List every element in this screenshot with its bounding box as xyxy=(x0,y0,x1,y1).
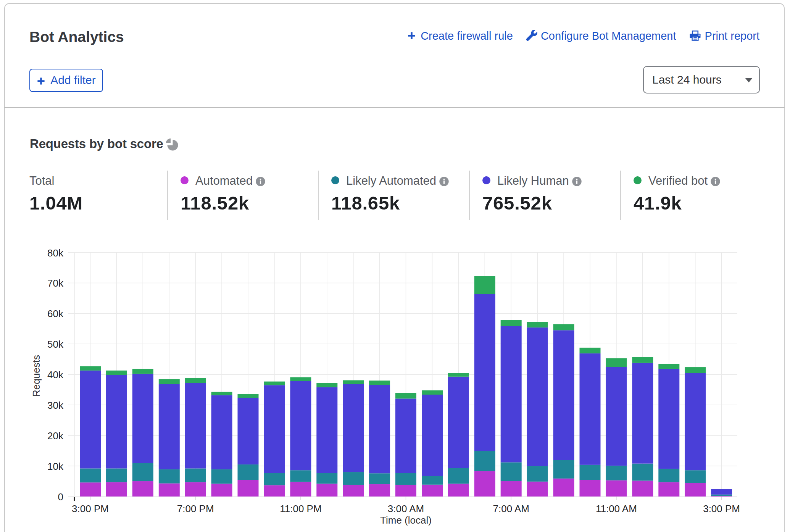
svg-text:20k: 20k xyxy=(47,430,64,442)
svg-text:Time (local): Time (local) xyxy=(380,514,432,526)
svg-text:Requests: Requests xyxy=(31,355,42,397)
svg-text:3:00 AM: 3:00 AM xyxy=(388,503,424,514)
svg-text:10k: 10k xyxy=(47,461,64,472)
svg-text:11:00 AM: 11:00 AM xyxy=(596,503,637,514)
svg-text:70k: 70k xyxy=(47,277,64,289)
svg-text:80k: 80k xyxy=(47,247,64,259)
svg-text:0: 0 xyxy=(58,491,63,503)
svg-text:11:00 PM: 11:00 PM xyxy=(280,503,321,514)
svg-text:50k: 50k xyxy=(47,339,64,350)
svg-text:30k: 30k xyxy=(47,400,64,411)
svg-text:3:00 PM: 3:00 PM xyxy=(703,503,740,514)
svg-text:60k: 60k xyxy=(47,308,64,319)
svg-text:3:00 PM: 3:00 PM xyxy=(72,503,109,514)
svg-text:7:00 AM: 7:00 AM xyxy=(493,503,529,514)
svg-text:7:00 PM: 7:00 PM xyxy=(177,503,214,514)
svg-text:40k: 40k xyxy=(47,369,64,380)
